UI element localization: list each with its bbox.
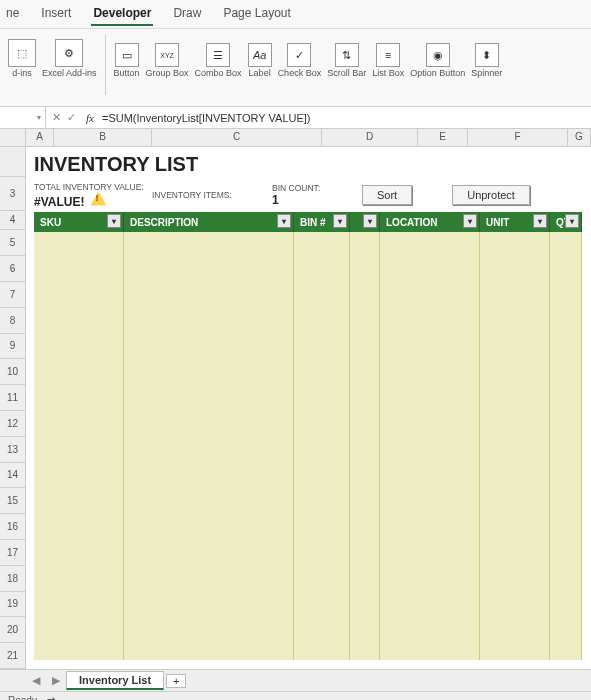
addins-icon: ⬚ xyxy=(8,39,36,67)
row-header[interactable]: 3 xyxy=(0,177,25,211)
filter-dropdown-icon[interactable]: ▾ xyxy=(363,214,377,228)
formula-input[interactable]: =SUM(InventoryList[INVENTORY VALUE]) xyxy=(98,112,591,124)
row-header[interactable]: 20 xyxy=(0,617,25,643)
grid-body[interactable]: INVENTORY LIST TOTAL INVENTORY VALUE: #V… xyxy=(26,147,591,669)
addins-label: d-ins xyxy=(12,69,32,79)
ribbon-group-controls: ▭Button XYZGroup Box ☰Combo Box AaLabel … xyxy=(110,35,507,79)
radio-icon: ◉ xyxy=(426,43,450,67)
row-header[interactable]: 21 xyxy=(0,643,25,669)
th-description[interactable]: DESCRIPTION▾ xyxy=(124,212,294,232)
row-header[interactable] xyxy=(0,147,25,177)
row-header[interactable]: 12 xyxy=(0,411,25,437)
label-control[interactable]: AaLabel xyxy=(248,43,272,79)
table-col-bin[interactable] xyxy=(294,232,350,660)
th-bin[interactable]: BIN #▾ xyxy=(294,212,350,232)
ribbon-tab-insert[interactable]: Insert xyxy=(39,2,73,26)
ribbon-tab-pagelayout[interactable]: Page Layout xyxy=(221,2,292,26)
col-header-d[interactable]: D xyxy=(322,129,418,146)
row-header[interactable]: 15 xyxy=(0,488,25,514)
excel-addins-button[interactable]: ⚙ Excel Add-ins xyxy=(42,39,97,79)
th-blank[interactable]: ▾ xyxy=(350,212,380,232)
table-data-area[interactable] xyxy=(34,232,591,660)
sort-button[interactable]: Sort xyxy=(362,185,412,205)
checkbox-icon: ✓ xyxy=(287,43,311,67)
row-header[interactable]: 7 xyxy=(0,282,25,308)
row-header[interactable]: 19 xyxy=(0,592,25,618)
filter-dropdown-icon[interactable]: ▾ xyxy=(107,214,121,228)
col-header-b[interactable]: B xyxy=(54,129,152,146)
row-header[interactable]: 10 xyxy=(0,359,25,385)
table-col-blank[interactable] xyxy=(350,232,380,660)
filter-dropdown-icon[interactable]: ▾ xyxy=(463,214,477,228)
enter-formula-button[interactable]: ✓ xyxy=(67,111,76,124)
row-header[interactable]: 17 xyxy=(0,540,25,566)
row-header[interactable]: 13 xyxy=(0,437,25,463)
scrollbar-icon: ⇅ xyxy=(335,43,359,67)
add-sheet-button[interactable]: + xyxy=(166,674,186,688)
row-header[interactable]: 11 xyxy=(0,385,25,411)
accessibility-icon[interactable]: ⇄ xyxy=(47,695,55,700)
spinner-control[interactable]: ⬍Spinner xyxy=(471,43,502,79)
th-sku[interactable]: SKU▾ xyxy=(34,212,124,232)
total-value: #VALUE! xyxy=(34,192,152,209)
optionbutton-control[interactable]: ◉Option Button xyxy=(410,43,465,79)
ribbon-divider xyxy=(105,35,106,95)
bin-count-value: 1 xyxy=(272,193,342,207)
row-header[interactable]: 5 xyxy=(0,230,25,256)
listbox-control[interactable]: ≡List Box xyxy=(372,43,404,79)
table-col-unit[interactable] xyxy=(480,232,550,660)
column-headers: A B C D E F G xyxy=(0,129,591,147)
row-header[interactable]: 9 xyxy=(0,334,25,360)
th-location[interactable]: LOCATION▾ xyxy=(380,212,480,232)
row-header[interactable]: 18 xyxy=(0,566,25,592)
row-header[interactable]: 4 xyxy=(0,211,25,231)
formula-bar: ▾ ✕ ✓ fx =SUM(InventoryList[INVENTORY VA… xyxy=(0,107,591,129)
groupbox-control[interactable]: XYZGroup Box xyxy=(146,43,189,79)
groupbox-icon: XYZ xyxy=(155,43,179,67)
col-header-c[interactable]: C xyxy=(152,129,322,146)
table-col-description[interactable] xyxy=(124,232,294,660)
fx-button[interactable]: fx xyxy=(82,112,98,124)
table-col-qty[interactable] xyxy=(550,232,582,660)
name-box[interactable]: ▾ xyxy=(0,107,46,128)
col-header-f[interactable]: F xyxy=(468,129,568,146)
select-all-corner[interactable] xyxy=(0,129,26,146)
table-col-location[interactable] xyxy=(380,232,480,660)
grid: 3 4 5 6 7 8 9 10 11 12 13 14 15 16 17 18… xyxy=(0,147,591,669)
cancel-formula-button[interactable]: ✕ xyxy=(52,111,61,124)
ribbon-tab-draw[interactable]: Draw xyxy=(171,2,203,26)
label-icon: Aa xyxy=(248,43,272,67)
ribbon-tab-home-partial[interactable]: ne xyxy=(4,2,21,26)
th-unit[interactable]: UNIT▾ xyxy=(480,212,550,232)
row-header[interactable]: 8 xyxy=(0,308,25,334)
sheet-nav-prev[interactable]: ◀ xyxy=(26,674,46,687)
ribbon-tab-developer[interactable]: Developer xyxy=(91,2,153,26)
sheet-tab-inventory[interactable]: Inventory List xyxy=(66,671,164,690)
warning-icon xyxy=(90,192,106,206)
filter-dropdown-icon[interactable]: ▾ xyxy=(565,214,579,228)
row-header[interactable]: 6 xyxy=(0,256,25,282)
sheet-nav-next[interactable]: ▶ xyxy=(46,674,66,687)
combobox-control[interactable]: ☰Combo Box xyxy=(195,43,242,79)
th-qty[interactable]: QTY▾ xyxy=(550,212,582,232)
ribbon-group-addins: ⬚ d-ins ⚙ Excel Add-ins xyxy=(4,35,101,79)
col-header-a[interactable]: A xyxy=(26,129,54,146)
filter-dropdown-icon[interactable]: ▾ xyxy=(533,214,547,228)
scrollbar-control[interactable]: ⇅Scroll Bar xyxy=(327,43,366,79)
unprotect-button[interactable]: Unprotect xyxy=(452,185,530,205)
filter-dropdown-icon[interactable]: ▾ xyxy=(333,214,347,228)
row-header[interactable]: 14 xyxy=(0,463,25,489)
button-control[interactable]: ▭Button xyxy=(114,43,140,79)
addins-button[interactable]: ⬚ d-ins xyxy=(8,39,36,79)
button-icon: ▭ xyxy=(115,43,139,67)
table-header-row: SKU▾ DESCRIPTION▾ BIN #▾ ▾ LOCATION▾ UNI… xyxy=(34,212,591,232)
row-header[interactable]: 16 xyxy=(0,514,25,540)
page-title: INVENTORY LIST xyxy=(26,147,591,178)
meta-row: TOTAL INVENTORY VALUE: #VALUE! INVENTORY… xyxy=(26,178,591,212)
col-header-g[interactable]: G xyxy=(568,129,591,146)
filter-dropdown-icon[interactable]: ▾ xyxy=(277,214,291,228)
checkbox-control[interactable]: ✓Check Box xyxy=(278,43,322,79)
col-header-e[interactable]: E xyxy=(418,129,468,146)
table-col-sku[interactable] xyxy=(34,232,124,660)
row-headers: 3 4 5 6 7 8 9 10 11 12 13 14 15 16 17 18… xyxy=(0,147,26,669)
